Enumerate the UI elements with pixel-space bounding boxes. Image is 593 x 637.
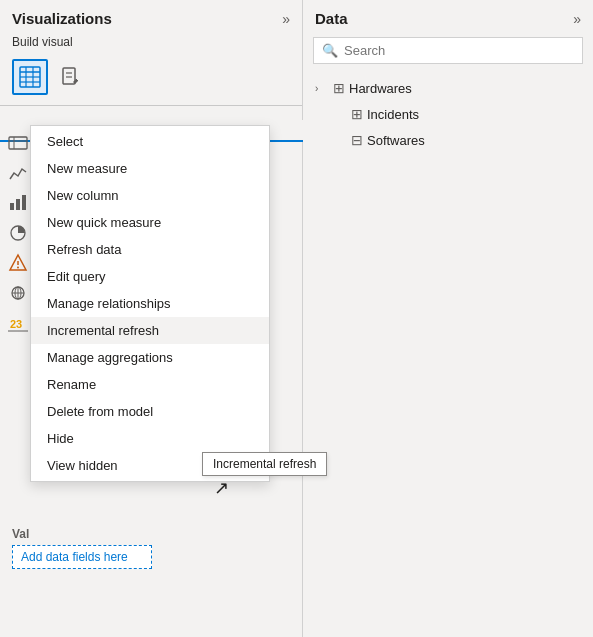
- visualizations-panel: Visualizations » Build visual: [0, 0, 303, 637]
- table-icon: [19, 66, 41, 88]
- viz-icons-row: [0, 55, 302, 101]
- menu-item-hide[interactable]: Hide: [31, 425, 269, 452]
- softwares-label: Softwares: [367, 133, 425, 148]
- menu-item-manage-aggregations[interactable]: Manage aggregations: [31, 344, 269, 371]
- build-visual-label: Build visual: [0, 33, 302, 55]
- menu-item-manage-relationships[interactable]: Manage relationships: [31, 290, 269, 317]
- menu-item-new-quick-measure[interactable]: New quick measure: [31, 209, 269, 236]
- tree-item-hardwares[interactable]: › ⊞ Hardwares: [311, 76, 585, 100]
- search-box: 🔍: [313, 37, 583, 64]
- data-panel: Data » 🔍 › ⊞ Hardwares ⊞ Incidents ⊟ Sof…: [303, 0, 593, 637]
- viz-icon-table[interactable]: [12, 59, 48, 95]
- viz-divider: [0, 105, 302, 106]
- hardwares-chevron: ›: [315, 83, 329, 94]
- data-expand-icon[interactable]: »: [573, 11, 581, 27]
- incidents-label: Incidents: [367, 107, 419, 122]
- viz-expand-icon[interactable]: »: [282, 11, 290, 27]
- data-panel-title: Data: [315, 10, 348, 27]
- incidents-icon: ⊞: [351, 106, 363, 122]
- menu-item-new-measure[interactable]: New measure: [31, 155, 269, 182]
- menu-item-refresh-data[interactable]: Refresh data: [31, 236, 269, 263]
- viz-panel-header: Visualizations »: [0, 0, 302, 33]
- hardwares-label: Hardwares: [349, 81, 412, 96]
- svg-rect-6: [63, 68, 75, 84]
- context-menu: Select New measure New column New quick …: [30, 125, 270, 482]
- tree-item-incidents[interactable]: ⊞ Incidents: [311, 102, 585, 126]
- data-panel-header: Data »: [303, 0, 593, 33]
- edit-icon: [59, 66, 81, 88]
- softwares-icon: ⊟: [351, 132, 363, 148]
- search-input[interactable]: [344, 43, 574, 58]
- tooltip-text: Incremental refresh: [213, 457, 316, 471]
- data-tree: › ⊞ Hardwares ⊞ Incidents ⊟ Softwares: [303, 72, 593, 156]
- search-icon: 🔍: [322, 43, 338, 58]
- context-menu-overlay: Select New measure New column New quick …: [0, 125, 302, 637]
- menu-item-rename[interactable]: Rename: [31, 371, 269, 398]
- viz-icon-edit[interactable]: [52, 59, 88, 95]
- hardwares-icon: ⊞: [333, 80, 345, 96]
- menu-item-incremental-refresh[interactable]: Incremental refresh: [31, 317, 269, 344]
- menu-item-delete-from-model[interactable]: Delete from model: [31, 398, 269, 425]
- viz-panel-title: Visualizations: [12, 10, 112, 27]
- menu-item-new-column[interactable]: New column: [31, 182, 269, 209]
- tree-item-softwares[interactable]: ⊟ Softwares: [311, 128, 585, 152]
- menu-item-edit-query[interactable]: Edit query: [31, 263, 269, 290]
- tooltip-incremental-refresh: Incremental refresh: [202, 452, 327, 476]
- menu-item-select[interactable]: Select: [31, 126, 269, 155]
